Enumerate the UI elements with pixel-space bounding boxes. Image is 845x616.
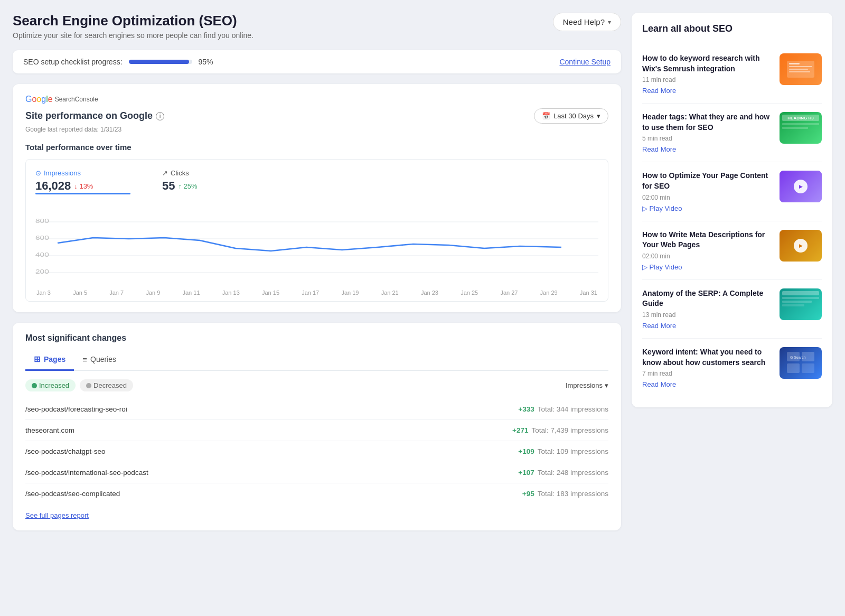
article-title: Anatomy of the SERP: A Complete Guide bbox=[642, 288, 772, 309]
row-change: +107 bbox=[518, 469, 534, 477]
article-text: How to Write Meta Descriptions for Your … bbox=[642, 230, 772, 271]
article-thumbnail bbox=[780, 288, 822, 320]
article-meta: 02:00 min bbox=[642, 194, 772, 201]
row-total: Total: 183 impressions bbox=[538, 490, 608, 498]
continue-setup-link[interactable]: Continue Setup bbox=[559, 58, 611, 66]
read-more-link[interactable]: Read More bbox=[642, 380, 772, 388]
list-item: How to Optimize Your Page Content for SE… bbox=[642, 162, 822, 221]
svg-text:G Search: G Search bbox=[790, 356, 806, 359]
info-icon[interactable]: i bbox=[156, 112, 164, 120]
gsc-title: Site performance on Google i bbox=[25, 110, 164, 122]
badge-decreased[interactable]: Decreased bbox=[80, 379, 133, 391]
chevron-down-icon: ▾ bbox=[608, 18, 611, 26]
impressions-filter[interactable]: Impressions ▾ bbox=[566, 381, 608, 389]
article-meta: 13 min read bbox=[642, 311, 772, 319]
help-button[interactable]: Need Help? ▾ bbox=[553, 13, 621, 31]
row-path: theseorant.com bbox=[25, 426, 74, 434]
tab-pages-label: Pages bbox=[44, 355, 65, 363]
article-title: Header tags: What they are and how to us… bbox=[642, 112, 772, 133]
article-meta: 02:00 min bbox=[642, 253, 772, 260]
impressions-metric: ⊙ Impressions 16,028 ↓ 13% bbox=[35, 169, 130, 199]
svg-rect-12 bbox=[789, 71, 810, 72]
clicks-label: ↗ Clicks bbox=[162, 169, 198, 177]
article-thumbnail: G Search bbox=[780, 347, 822, 379]
changes-section: Most significant changes ⊞ Pages ≡ Queri… bbox=[13, 323, 621, 530]
impressions-change: ↓ 13% bbox=[74, 182, 93, 190]
read-more-link[interactable]: Read More bbox=[642, 322, 772, 330]
article-text: Keyword intent: What you need to know ab… bbox=[642, 347, 772, 388]
row-total: Total: 7,439 impressions bbox=[531, 426, 608, 434]
sidebar-title: Learn all about SEO bbox=[642, 23, 822, 34]
row-stats: +107 Total: 248 impressions bbox=[518, 469, 608, 477]
article-text: How to do keyword research with Wix's Se… bbox=[642, 53, 772, 95]
gsc-logo: Google SearchConsole bbox=[25, 95, 608, 104]
row-change: +109 bbox=[518, 447, 534, 455]
chevron-down-icon: ▾ bbox=[597, 112, 600, 120]
list-item: Header tags: What they are and how to us… bbox=[642, 104, 822, 162]
row-stats: +333 Total: 344 impressions bbox=[518, 405, 608, 413]
play-video-link[interactable]: ▷ Play Video bbox=[642, 263, 772, 271]
svg-rect-9 bbox=[789, 63, 800, 64]
impressions-value: 16,028 ↓ 13% bbox=[35, 179, 130, 193]
play-video-link[interactable]: ▷ Play Video bbox=[642, 204, 772, 212]
list-item: Anatomy of the SERP: A Complete Guide 13… bbox=[642, 280, 822, 339]
progress-track bbox=[129, 60, 192, 64]
article-thumbnail bbox=[780, 53, 822, 85]
gsc-reported-date: Google last reported data: 1/31/23 bbox=[25, 126, 608, 133]
gsc-card: Google SearchConsole Site performance on… bbox=[13, 84, 621, 312]
article-title: How to Write Meta Descriptions for Your … bbox=[642, 230, 772, 250]
read-more-link[interactable]: Read More bbox=[642, 145, 772, 153]
chart-container: ⊙ Impressions 16,028 ↓ 13% ↗ Clicks bbox=[25, 159, 608, 302]
tab-pages[interactable]: ⊞ Pages bbox=[25, 350, 74, 371]
queries-icon: ≡ bbox=[82, 355, 87, 364]
article-text: Anatomy of the SERP: A Complete Guide 13… bbox=[642, 288, 772, 330]
progress-pct: 95% bbox=[199, 58, 213, 66]
help-button-label: Need Help? bbox=[563, 17, 605, 26]
table-row: /seo-podcast/seo-complicated +95 Total: … bbox=[25, 483, 608, 504]
chevron-down-icon: ▾ bbox=[605, 381, 608, 389]
changes-title: Most significant changes bbox=[25, 333, 608, 343]
dot-gray bbox=[86, 383, 91, 388]
row-change: +95 bbox=[522, 490, 534, 498]
filter-badges: Increased Decreased bbox=[25, 379, 133, 391]
list-item: How to do keyword research with Wix's Se… bbox=[642, 45, 822, 104]
tab-queries[interactable]: ≡ Queries bbox=[74, 350, 125, 371]
svg-rect-16 bbox=[802, 363, 814, 373]
progress-fill bbox=[129, 60, 189, 64]
list-item: Keyword intent: What you need to know ab… bbox=[642, 339, 822, 397]
page-title: Search Engine Optimization (SEO) bbox=[13, 13, 253, 29]
svg-rect-15 bbox=[787, 363, 800, 373]
date-filter-button[interactable]: 📅 Last 30 Days ▾ bbox=[534, 108, 608, 124]
badge-decreased-label: Decreased bbox=[93, 381, 127, 389]
tab-queries-label: Queries bbox=[90, 355, 116, 363]
article-text: How to Optimize Your Page Content for SE… bbox=[642, 171, 772, 212]
svg-text:400: 400 bbox=[35, 251, 49, 258]
table-row: /seo-podcast/chatgpt-seo +109 Total: 109… bbox=[25, 441, 608, 462]
clicks-value: 55 ↑ 25% bbox=[162, 179, 198, 193]
google-logo: Google bbox=[25, 95, 53, 104]
setup-label: SEO setup checklist progress: bbox=[23, 58, 123, 66]
row-total: Total: 248 impressions bbox=[538, 469, 608, 477]
chart-x-labels: Jan 3 Jan 5 Jan 7 Jan 9 Jan 11 Jan 13 Ja… bbox=[35, 287, 598, 296]
badge-increased[interactable]: Increased bbox=[25, 379, 76, 391]
dot-green bbox=[32, 383, 37, 388]
article-thumbnail: HEADING H3 bbox=[780, 112, 822, 144]
svg-rect-10 bbox=[789, 66, 812, 67]
article-title: How to Optimize Your Page Content for SE… bbox=[642, 171, 772, 191]
row-total: Total: 344 impressions bbox=[538, 405, 608, 413]
svg-text:800: 800 bbox=[35, 218, 49, 224]
pages-icon: ⊞ bbox=[34, 354, 41, 364]
performance-chart: 800 600 400 200 bbox=[35, 211, 598, 285]
row-path: /seo-podcast/chatgpt-seo bbox=[25, 447, 106, 455]
read-more-link[interactable]: Read More bbox=[642, 87, 772, 95]
svg-rect-11 bbox=[789, 69, 808, 70]
row-stats: +271 Total: 7,439 impressions bbox=[512, 426, 608, 434]
sidebar-card: Learn all about SEO How to do keyword re… bbox=[632, 13, 832, 407]
see-full-report-link[interactable]: See full pages report bbox=[25, 511, 89, 519]
calendar-icon: 📅 bbox=[542, 112, 550, 120]
row-path: /seo-podcast/seo-complicated bbox=[25, 490, 120, 498]
article-meta: 7 min read bbox=[642, 370, 772, 377]
table-row: /seo-podcast/forecasting-seo-roi +333 To… bbox=[25, 399, 608, 420]
filters-row: Increased Decreased Impressions ▾ bbox=[25, 379, 608, 391]
setup-progress-bar: SEO setup checklist progress: 95% Contin… bbox=[13, 50, 621, 73]
